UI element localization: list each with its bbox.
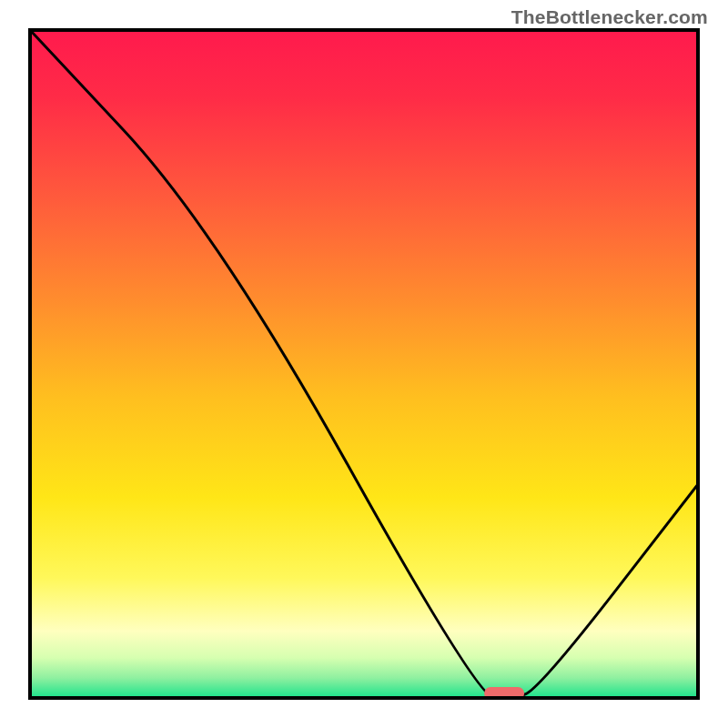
bottleneck-chart bbox=[14, 14, 714, 714]
gradient-background bbox=[30, 30, 698, 698]
attribution-label: TheBottlenecker.com bbox=[511, 6, 708, 28]
chart-container: TheBottlenecker.com bbox=[0, 0, 728, 728]
